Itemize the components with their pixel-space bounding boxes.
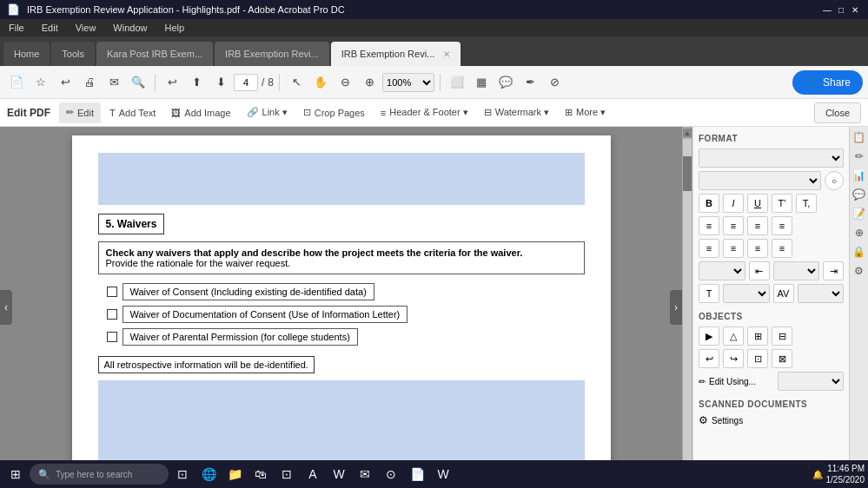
edit-using-select[interactable] xyxy=(778,372,845,391)
strip-btn-7[interactable]: 🔒 xyxy=(851,243,868,260)
dropbox-button[interactable]: ⊡ xyxy=(275,462,299,486)
crop2-btn[interactable]: ⊠ xyxy=(772,349,792,368)
zoom-in-button[interactable]: ⊕ xyxy=(358,71,381,94)
align-justify-button[interactable]: ≡ xyxy=(772,239,792,258)
edit-tool-edit[interactable]: ✏ Edit xyxy=(59,102,101,123)
search-button[interactable]: 🔍 xyxy=(127,71,149,94)
scrollbar-up[interactable]: ▲ xyxy=(683,129,692,137)
align-left-button[interactable]: ≡ xyxy=(699,239,719,258)
strip-btn-5[interactable]: 📝 xyxy=(851,205,868,222)
chrome-button[interactable]: ⊙ xyxy=(379,462,403,486)
hand-tool[interactable]: ✋ xyxy=(309,71,332,94)
strip-btn-6[interactable]: ⊕ xyxy=(851,224,868,241)
edit-tool-watermark[interactable]: ⊟ Watermark ▾ xyxy=(477,102,556,123)
edit-tool-add-text[interactable]: T Add Text xyxy=(103,102,162,123)
av-select[interactable] xyxy=(798,284,845,303)
menu-edit[interactable]: Edit xyxy=(38,21,62,35)
text-size-select[interactable] xyxy=(723,284,770,303)
start-button[interactable]: ⊞ xyxy=(3,462,28,486)
edit-pdf-close-button[interactable]: Close xyxy=(814,102,861,123)
table-btn[interactable]: ⊟ xyxy=(772,326,792,346)
amazon-button[interactable]: A xyxy=(301,462,325,486)
align-center-button[interactable]: ≡ xyxy=(723,239,744,258)
markup-button[interactable]: ⊘ xyxy=(543,71,566,94)
edit-tool-crop[interactable]: ⊡ Crop Pages xyxy=(296,102,372,123)
menu-file[interactable]: File xyxy=(5,21,28,35)
superscript-button[interactable]: T' xyxy=(772,194,792,213)
strip-btn-8[interactable]: ⚙ xyxy=(851,262,868,280)
tab-kara[interactable]: Kara Post IRB Exem... xyxy=(96,42,213,66)
cursor-tool[interactable]: ↖ xyxy=(285,71,308,94)
outlook-button[interactable]: ✉ xyxy=(353,462,377,486)
minimize-button[interactable]: — xyxy=(821,3,833,16)
waiver-checkbox-2[interactable] xyxy=(107,309,117,320)
scrollbar-track[interactable] xyxy=(683,139,692,476)
view-btn[interactable]: ▦ xyxy=(470,71,493,94)
edit-tool-add-image[interactable]: 🖼 Add Image xyxy=(164,102,237,123)
indent-left-button[interactable]: ⇤ xyxy=(749,261,770,280)
window-close-button[interactable]: ✕ xyxy=(849,3,861,16)
task-view-button[interactable]: ⊡ xyxy=(170,462,195,486)
menu-help[interactable]: Help xyxy=(161,21,188,35)
tab-home[interactable]: Home xyxy=(3,42,50,66)
indent-select[interactable] xyxy=(699,261,745,280)
numbered-list-button[interactable]: ≡ xyxy=(747,216,768,235)
share-button[interactable]: 👤 Share xyxy=(792,70,863,95)
star-button[interactable]: ☆ xyxy=(30,71,52,94)
indent-select2[interactable] xyxy=(773,261,820,280)
av-btn[interactable]: AV xyxy=(773,284,794,303)
scrollbar-thumb[interactable] xyxy=(683,156,692,191)
indent-right-button[interactable]: ⇥ xyxy=(823,261,844,280)
square-btn[interactable]: ⊞ xyxy=(747,326,768,346)
strip-btn-3[interactable]: 📊 xyxy=(851,167,868,184)
font-family-select[interactable] xyxy=(699,148,844,168)
edit-tool-link[interactable]: 🔗 Link ▾ xyxy=(240,102,295,123)
pdf-scrollbar[interactable]: ▲ ▼ xyxy=(682,127,692,488)
curve2-btn[interactable]: ↪ xyxy=(723,349,744,368)
triangle-btn[interactable]: △ xyxy=(723,326,744,346)
font-size-circle[interactable]: ○ xyxy=(825,171,844,190)
undo-button[interactable]: ↩ xyxy=(161,71,183,94)
zoom-select[interactable]: 100% 75% 150% xyxy=(382,73,434,92)
align-right-button[interactable]: ≡ xyxy=(747,239,768,258)
bullet-list-btn2[interactable]: ≡ xyxy=(723,216,744,235)
arrow-btn[interactable]: ▶ xyxy=(699,326,719,346)
tab-irb1[interactable]: IRB Exemption Revi... xyxy=(215,42,329,66)
comment-button[interactable]: 💬 xyxy=(494,71,517,94)
word-taskbar-button[interactable]: W xyxy=(431,462,455,486)
scroll-left-button[interactable]: ‹ xyxy=(0,290,12,325)
edit-tool-more[interactable]: ⊞ More ▾ xyxy=(558,102,613,123)
bold-button[interactable]: B xyxy=(699,194,719,213)
print-button[interactable]: 🖨 xyxy=(78,71,101,94)
store-button[interactable]: 🛍 xyxy=(248,462,273,486)
new-button[interactable]: 📄 xyxy=(5,71,28,94)
page-input[interactable] xyxy=(234,74,258,91)
next-page-button[interactable]: ⬇ xyxy=(209,71,232,94)
prev-page-button[interactable]: ⬆ xyxy=(185,71,208,94)
scroll-right-button[interactable]: › xyxy=(670,290,682,325)
menu-window[interactable]: Window xyxy=(109,21,150,35)
back-button[interactable]: ↩ xyxy=(54,71,76,94)
menu-view[interactable]: View xyxy=(72,21,100,35)
taskbar-search-area[interactable]: 🔍 Type here to search xyxy=(30,464,169,485)
subscript-button[interactable]: T, xyxy=(796,194,817,213)
waiver-checkbox-3[interactable] xyxy=(107,332,117,342)
pdf-taskbar-button[interactable]: 📄 xyxy=(405,462,429,486)
italic-button[interactable]: I xyxy=(723,194,744,213)
maximize-button[interactable]: □ xyxy=(835,3,847,16)
signature-button[interactable]: ✒ xyxy=(519,71,541,94)
office-button[interactable]: W xyxy=(327,462,351,486)
numbered-list-btn2[interactable]: ≡ xyxy=(772,216,792,235)
edit-tool-header-footer[interactable]: ≡ Header & Footer ▾ xyxy=(374,102,475,123)
tab-tools[interactable]: Tools xyxy=(51,42,95,66)
edge-button[interactable]: 🌐 xyxy=(196,462,221,486)
waiver-checkbox-1[interactable] xyxy=(107,287,117,297)
curve-btn[interactable]: ↩ xyxy=(699,349,719,368)
strip-btn-1[interactable]: 📋 xyxy=(851,129,868,146)
strip-btn-2[interactable]: ✏ xyxy=(851,148,868,165)
font-size-select[interactable] xyxy=(699,171,821,190)
fit-page-button[interactable]: ⬜ xyxy=(446,71,468,94)
strip-btn-4[interactable]: 💬 xyxy=(851,186,868,203)
explorer-button[interactable]: 📁 xyxy=(222,462,247,486)
email-button[interactable]: ✉ xyxy=(103,71,125,94)
